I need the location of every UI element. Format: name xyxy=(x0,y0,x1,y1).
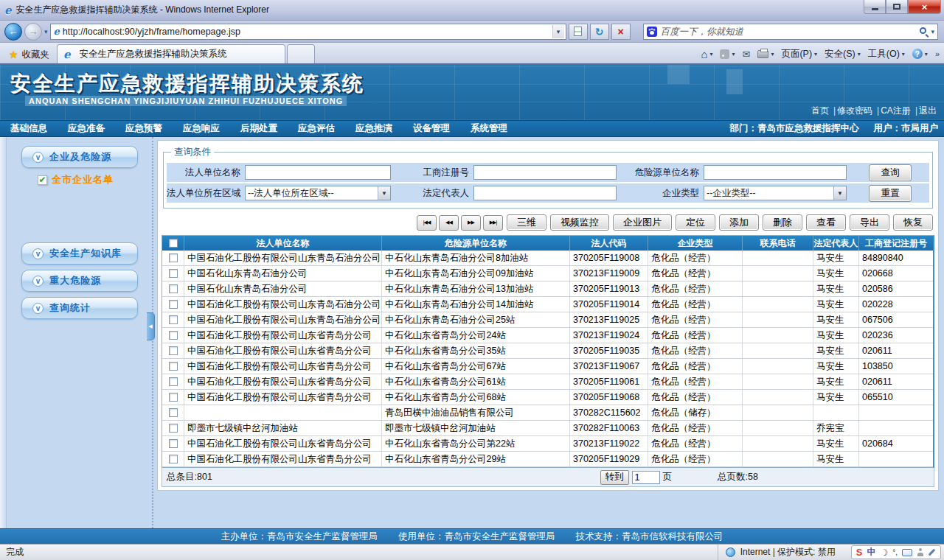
menu-item[interactable]: 应急评估 xyxy=(288,121,345,136)
search-input[interactable] xyxy=(661,27,917,37)
table-row[interactable]: 中国石油化工股份有限公司山东青岛石油分公司 中石化山东青岛石油分公司14加油站 … xyxy=(162,297,933,312)
column-header[interactable]: 法人单位名称 xyxy=(184,236,382,251)
table-row[interactable]: 中国石油化工股份有限公司山东省青岛分公司 中石化山东省青岛分公司35站 3702… xyxy=(162,343,933,359)
help-button[interactable]: ?▾ xyxy=(912,49,928,59)
home-button[interactable]: ⌂▾ xyxy=(701,48,712,60)
toolbar-action-button[interactable]: 三维 xyxy=(507,214,546,231)
goto-page-button[interactable]: 转到 xyxy=(600,470,629,485)
sidebar-item-safety-knowledge-base[interactable]: v 安全生产知识库 xyxy=(21,242,138,265)
favorites-button[interactable]: ★ 收藏夹 xyxy=(4,46,57,63)
feeds-button[interactable]: ▾ xyxy=(720,49,735,59)
browser-tab[interactable]: e 安全生产应急救援指挥辅助决策系统 xyxy=(57,44,285,63)
table-row[interactable]: 中国石油化工股份有限公司山东省青岛分公司 中石化山东省青岛分公司67站 3702… xyxy=(162,359,933,374)
toolbar-action-button[interactable]: 导出 xyxy=(850,214,889,231)
back-button[interactable]: ← xyxy=(4,23,22,41)
row-checkbox[interactable] xyxy=(169,315,178,324)
hazard-name-input[interactable] xyxy=(704,166,846,179)
column-header[interactable]: 法定代表人 xyxy=(813,236,859,251)
toolbar-action-button[interactable]: 查看 xyxy=(806,214,846,231)
row-checkbox[interactable] xyxy=(169,377,178,386)
ime-settings-icon[interactable] xyxy=(929,549,936,556)
row-checkbox[interactable] xyxy=(169,331,178,340)
compatibility-view-button[interactable] xyxy=(569,24,588,40)
column-header[interactable]: 企业类型 xyxy=(648,236,743,251)
table-row[interactable]: 中国石油化工股份有限公司山东省青岛分公司 中石化山东省青岛分公司68站 3702… xyxy=(162,390,933,405)
chinese-mode-icon[interactable]: 中 xyxy=(867,546,875,559)
close-button[interactable]: × xyxy=(908,0,941,14)
sidebar-item-query-statistics[interactable]: v 查询统计 xyxy=(21,297,138,319)
stop-button[interactable]: × xyxy=(611,24,631,40)
pager-button[interactable]: ◀◀ xyxy=(439,215,459,231)
mail-button[interactable]: ✉ xyxy=(742,49,750,60)
row-checkbox[interactable] xyxy=(169,300,178,309)
reset-button[interactable]: 重置 xyxy=(869,185,912,202)
overflow-chevron-icon[interactable]: » xyxy=(935,49,940,58)
column-header[interactable]: 法人代码 xyxy=(570,236,648,251)
table-row[interactable]: 中国石油化工股份有限公司山东省青岛分公司 中石化山东省青岛分公司第22站 370… xyxy=(162,436,933,452)
row-checkbox[interactable] xyxy=(169,455,178,463)
fullwidth-icon[interactable]: ☽ xyxy=(880,547,888,558)
menu-item[interactable]: 系统管理 xyxy=(460,121,518,136)
sogou-icon[interactable]: S xyxy=(856,547,863,558)
toolbar-action-button[interactable]: 视频监控 xyxy=(550,214,609,231)
tools-menu-button[interactable]: 工具(O)▾ xyxy=(868,48,905,60)
minimize-button[interactable] xyxy=(864,0,886,14)
toolbar-action-button[interactable]: 企业图片 xyxy=(613,214,672,231)
menu-item[interactable]: 应急准备 xyxy=(58,121,115,136)
pager-button[interactable]: ▶▶ xyxy=(461,215,481,231)
toolbar-action-button[interactable]: 删除 xyxy=(763,214,802,231)
region-select[interactable]: --法人单位所在区域-- ▼ xyxy=(245,186,391,200)
table-row[interactable]: 中国石油化工股份有限公司山东青岛石油分公司 中石化山东青岛石油分公司8加油站 3… xyxy=(162,251,933,266)
page-menu-button[interactable]: 页面(P)▾ xyxy=(781,48,817,60)
sidebar-item-major-hazard[interactable]: v 重大危险源 xyxy=(21,270,138,292)
table-row[interactable]: 青岛田横中油油品销售有限公司 370282C115602 危化品（储存） xyxy=(162,405,933,421)
punctuation-icon[interactable]: °, xyxy=(892,548,898,556)
table-row[interactable]: 中国石化山东青岛石油分公司 中石化山东青岛石油分公司13加油站 370205F1… xyxy=(162,281,933,297)
row-checkbox[interactable] xyxy=(169,424,178,433)
table-row[interactable]: 即墨市七级镇中岔河加油站 即墨市七级镇中岔河加油站 370282F110063 … xyxy=(162,421,933,436)
ent-type-select[interactable]: --企业类型-- ▼ xyxy=(704,186,847,200)
menu-item[interactable]: 应急预警 xyxy=(115,121,173,136)
legal-rep-input[interactable] xyxy=(474,186,616,200)
print-button[interactable]: ▾ xyxy=(757,50,774,58)
forward-button[interactable]: → xyxy=(24,23,42,41)
maximize-button[interactable] xyxy=(886,0,908,14)
row-checkbox[interactable] xyxy=(169,269,178,278)
link-ca-register[interactable]: CA注册 xyxy=(881,105,911,116)
toolbar-action-button[interactable]: 添加 xyxy=(719,214,759,231)
row-checkbox[interactable] xyxy=(169,408,178,417)
link-logout[interactable]: 退出 xyxy=(919,105,937,116)
legal-name-input[interactable] xyxy=(246,166,390,179)
menu-item[interactable]: 后期处置 xyxy=(230,121,288,136)
search-button[interactable]: 查询 xyxy=(869,164,912,181)
security-menu-button[interactable]: 安全(S)▾ xyxy=(825,48,861,60)
table-row[interactable]: 中国石油化工股份有限公司山东省青岛分公司 中石化山东省青岛分公司61站 3702… xyxy=(162,374,933,390)
new-tab-stub[interactable] xyxy=(287,44,315,63)
ime-account-icon[interactable] xyxy=(917,548,923,556)
url-input[interactable] xyxy=(63,27,552,37)
row-checkbox[interactable] xyxy=(169,393,178,402)
row-checkbox[interactable] xyxy=(169,284,178,293)
row-checkbox[interactable] xyxy=(169,362,178,371)
toolbar-action-button[interactable]: 定位 xyxy=(676,214,715,231)
history-chevron-icon[interactable]: ▾ xyxy=(44,28,48,35)
toolbar-action-button[interactable]: 恢复 xyxy=(893,214,933,231)
refresh-button[interactable]: ↻ xyxy=(590,24,609,40)
row-checkbox[interactable] xyxy=(169,253,178,262)
link-change-password[interactable]: 修改密码 xyxy=(837,105,872,116)
menu-item[interactable]: 基础信息 xyxy=(0,121,58,136)
reg-no-input[interactable] xyxy=(474,166,616,179)
table-row[interactable]: 中国石油化工股份有限公司山东省青岛分公司 中石化山东省青岛分公司29站 3702… xyxy=(162,452,933,467)
sidebar-item-city-enterprise-list[interactable]: ✔ 全市企业名单 xyxy=(38,173,152,186)
table-row[interactable]: 中国石油化工股份有限公司山东省青岛分公司 中石化山东省青岛分公司24站 3702… xyxy=(162,328,933,343)
sidebar-item-enterprise-hazard[interactable]: v 企业及危险源 xyxy=(21,146,138,168)
row-checkbox[interactable] xyxy=(169,346,178,355)
page-number-input[interactable] xyxy=(632,471,660,484)
column-header[interactable]: 联系电话 xyxy=(743,236,813,251)
table-row[interactable]: 中国石化山东青岛石油分公司 中石化山东青岛石油分公司09加油站 370213F1… xyxy=(162,266,933,281)
column-header[interactable]: 工商登记注册号 xyxy=(859,236,933,251)
table-row[interactable]: 中国石油化工股份有限公司山东青岛石油分公司 中石化山东青岛石油分公司25站 37… xyxy=(162,312,933,328)
search-magnifier-icon[interactable] xyxy=(920,27,926,34)
select-all-checkbox[interactable] xyxy=(169,239,178,248)
link-home[interactable]: 首页 xyxy=(811,105,829,116)
